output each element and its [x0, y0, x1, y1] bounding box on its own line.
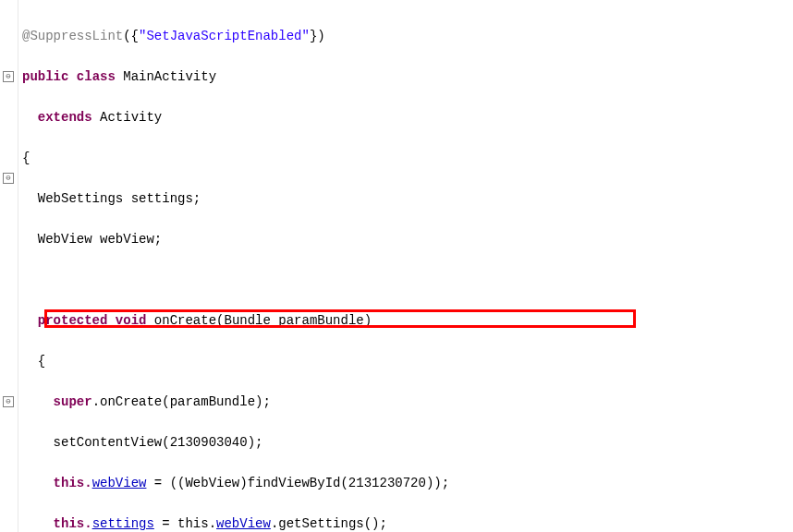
fold-marker-icon[interactable]: ⊖: [3, 396, 14, 407]
annotation: @SuppressLint: [22, 29, 123, 43]
class-name: MainActivity: [123, 69, 216, 84]
field-type: WebView: [38, 232, 92, 247]
keyword-protected: protected: [38, 313, 108, 328]
field-ref-settings: settings: [92, 516, 154, 531]
call-setcontentview: setContentView(2130903040);: [54, 435, 263, 450]
keyword-void: void: [116, 313, 147, 328]
field-type: WebSettings: [38, 191, 123, 206]
field-name: webView: [100, 232, 154, 247]
fold-marker-icon[interactable]: ⊖: [3, 71, 14, 82]
superclass-name: Activity: [100, 110, 162, 125]
keyword-class: class: [77, 69, 116, 84]
method-name-oncreate: onCreate: [154, 313, 216, 328]
keyword-super: super: [54, 394, 92, 409]
field-ref-webview: webView: [216, 516, 271, 531]
brace-open: {: [22, 151, 30, 165]
annotation-value: "SetJavaScriptEnabled": [139, 29, 310, 43]
editor-gutter: ⊖ ⊖ ⊖: [0, 0, 18, 532]
code-editor[interactable]: @SuppressLint({"SetJavaScriptEnabled"}) …: [18, 0, 793, 532]
keyword-public: public: [22, 69, 68, 84]
fold-marker-icon[interactable]: ⊖: [3, 173, 14, 184]
field-ref-webview: webView: [92, 476, 147, 490]
keyword-extends: extends: [38, 110, 92, 125]
field-name: settings: [131, 191, 193, 206]
